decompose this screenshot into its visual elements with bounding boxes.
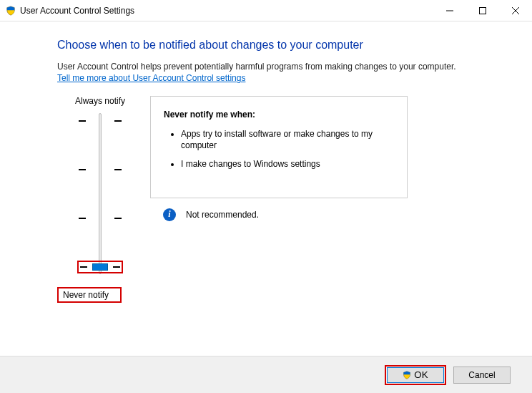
page-description: User Account Control helps prevent poten… xyxy=(57,62,503,72)
title-bar: User Account Control Settings xyxy=(0,0,532,21)
main-area: Always notify Never notify Never notify … xyxy=(57,96,503,303)
help-link[interactable]: Tell me more about User Account Control … xyxy=(57,73,245,83)
minimize-button[interactable] xyxy=(433,0,466,21)
slider-track xyxy=(99,113,102,274)
info-column: Never notify me when: Apps try to instal… xyxy=(150,96,503,221)
footer-bar: OK Cancel xyxy=(0,356,532,393)
info-bullet: Apps try to install software or make cha… xyxy=(181,128,394,151)
slider-thumb-highlighted[interactable] xyxy=(77,261,123,273)
content-area: Choose when to be notified about changes… xyxy=(0,21,532,303)
slider-column: Always notify Never notify xyxy=(57,96,143,303)
slider-thumb[interactable] xyxy=(92,263,108,271)
maximize-button[interactable] xyxy=(466,0,499,21)
recommendation-row: i Not recommended. xyxy=(150,198,408,221)
ok-button-label: OK xyxy=(414,369,428,380)
recommendation-text: Not recommended. xyxy=(186,210,259,220)
slider-label-top: Always notify xyxy=(75,96,125,106)
page-heading: Choose when to be notified about changes… xyxy=(57,39,503,52)
slider-label-bottom-highlighted: Never notify xyxy=(57,287,122,303)
slider-tick xyxy=(79,169,122,170)
uac-slider[interactable] xyxy=(79,113,122,274)
info-bullet: I make changes to Windows settings xyxy=(181,158,394,170)
svg-rect-1 xyxy=(480,7,486,14)
shield-icon xyxy=(6,6,16,16)
info-panel: Never notify me when: Apps try to instal… xyxy=(150,96,408,198)
ok-button-highlighted: OK xyxy=(385,365,446,385)
slider-label-bottom: Never notify xyxy=(63,290,109,300)
close-button[interactable] xyxy=(499,0,532,21)
info-icon: i xyxy=(163,208,176,221)
cancel-button-label: Cancel xyxy=(468,370,495,380)
slider-tick xyxy=(79,120,122,122)
window-title: User Account Control Settings xyxy=(20,6,134,16)
shield-icon xyxy=(403,371,411,379)
info-heading: Never notify me when: xyxy=(164,110,394,120)
ok-button[interactable]: OK xyxy=(387,367,444,383)
slider-tick xyxy=(79,218,122,219)
cancel-button[interactable]: Cancel xyxy=(453,367,511,384)
info-bullet-list: Apps try to install software or make cha… xyxy=(168,128,394,170)
